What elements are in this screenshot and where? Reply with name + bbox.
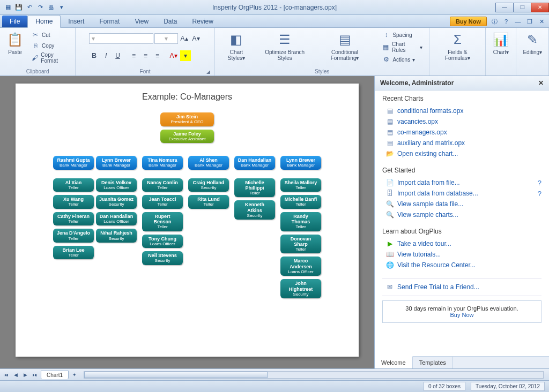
org-node[interactable]: Rita LundTeller [188,195,229,209]
grow-font-icon[interactable]: A▴ [179,33,190,44]
org-node[interactable]: Jean ToacciTeller [142,195,183,209]
spacing-button[interactable]: ↕Spacing [380,30,425,40]
font-color-button[interactable]: A▾ [168,50,179,61]
font-size-select[interactable]: ▾ [154,33,178,44]
qat-dropdown-icon[interactable]: ▾ [57,3,66,12]
first-sheet-icon[interactable]: ⏮ [2,371,10,379]
sample-charts-link[interactable]: 🔍View sample charts... [382,209,541,220]
align-center-icon[interactable]: ≡ [140,50,151,61]
cut-button[interactable]: ✂Cut [29,30,71,40]
prev-sheet-icon[interactable]: ◀ [12,371,19,379]
resource-center-link[interactable]: 🌐Visit the Resource Center... [382,260,541,270]
org-node[interactable]: Rupert BensonTeller [142,212,183,231]
import-file-link[interactable]: 📄Import data from file...? [382,177,541,188]
sp-tab-templates[interactable]: Templates [413,357,453,368]
tab-format[interactable]: Format [92,16,127,27]
tab-home[interactable]: Home [27,15,61,28]
horizontal-scrollbar[interactable] [84,371,544,379]
org-node[interactable]: Kenneth AtkinsSecurity [234,200,275,220]
org-node[interactable]: Jena D'AngeloTeller [53,229,94,243]
org-node[interactable]: Neil StevensSecurity [142,251,183,265]
recent-chart-link[interactable]: ▤conditional formats.opx [382,105,541,116]
org-node[interactable]: Xu WangTeller [53,195,94,209]
sp-tab-welcome[interactable]: Welcome [375,356,413,368]
org-node[interactable]: Nihal RahjeshSecurity [96,229,137,243]
help-icon[interactable]: ? [538,179,541,187]
fields-formulas-button[interactable]: ΣFields & Formulas▾ [434,30,481,62]
new-sheet-icon[interactable]: ✦ [71,371,78,379]
font-dialog-launcher[interactable]: ◢ [206,69,210,74]
print-icon[interactable]: 🖶 [46,3,56,12]
org-node[interactable]: Craig HollandSecurity [188,178,229,192]
org-node[interactable]: Lynn BrewerBank Manager [280,156,321,170]
import-db-link[interactable]: 🗄Import data from database...? [382,188,541,199]
open-existing-chart-link[interactable]: 📂Open existing chart... [382,148,541,159]
chart-styles-button[interactable]: ◧Chart Styles▾ [219,30,254,62]
org-node[interactable]: Cathy FineranTeller [53,212,94,226]
save-icon[interactable]: 💾 [14,3,24,12]
editing-button[interactable]: ✎Editing▾ [521,30,544,56]
undo-icon[interactable]: ↶ [25,3,34,12]
org-node[interactable]: Juanita GomezSecurity [96,195,137,209]
org-node[interactable]: Donovan SharpTeller [280,235,321,254]
shrink-font-icon[interactable]: A▾ [191,33,202,44]
org-node[interactable]: Lynn BrewerBank Manager [96,156,137,170]
org-node[interactable]: Dan HandalianLoans Officer [96,212,137,226]
optimize-branch-button[interactable]: ☰Optimize Branch Styles [257,30,313,62]
italic-button[interactable]: I [101,50,112,61]
app-icon[interactable]: ▦ [3,3,13,12]
maximize-button[interactable]: ☐ [513,3,531,12]
org-node[interactable]: Randy ThomasTeller [280,212,321,231]
org-node[interactable]: Michelle BanfiTeller [280,195,321,209]
help-icon[interactable]: ? [538,190,541,198]
last-sheet-icon[interactable]: ⏭ [31,371,39,379]
tab-data[interactable]: Data [156,16,184,27]
tab-view[interactable]: View [127,16,156,27]
node-ceo[interactable]: Jim SteinPresident & CEO [160,112,214,126]
org-node[interactable]: Dan HandalianBank Manager [234,156,275,170]
restore-child-icon[interactable]: ❐ [525,17,534,26]
org-node[interactable]: Sheila MalloryTeller [280,178,321,192]
tab-review[interactable]: Review [185,16,221,27]
org-node[interactable]: Nancy ConlinTeller [142,178,183,192]
help-icon[interactable]: ? [502,17,510,26]
send-trial-link[interactable]: ✉Send Free Trial to a Friend... [382,278,541,296]
align-left-icon[interactable]: ≡ [129,50,139,61]
recent-chart-link[interactable]: ▤co-managers.opx [382,127,541,138]
actions-button[interactable]: ⚙Actions ▾ [380,55,425,64]
org-node[interactable]: Marco AndersenLoans Officer [280,257,321,276]
tab-insert[interactable]: Insert [61,16,92,27]
info-icon[interactable]: ⓘ [490,17,499,26]
minimize-button[interactable]: — [495,3,514,12]
close-button[interactable]: ✕ [531,3,549,12]
paste-button[interactable]: 📋 Paste [4,30,26,56]
next-sheet-icon[interactable]: ▶ [21,371,29,379]
sheet-tab-chart1[interactable]: Chart1 [41,371,69,379]
org-node[interactable]: Michelle PhillippiTeller [234,178,275,198]
recent-chart-link[interactable]: ▤auxiliary and matrix.opx [382,138,541,148]
close-panel-icon[interactable]: ✕ [538,79,544,87]
chart-rules-button[interactable]: ▦Chart Rules ▾ [380,41,425,54]
sample-data-link[interactable]: 🔍View sample data file... [382,199,541,209]
minimize-ribbon-icon[interactable]: — [514,17,522,26]
node-ea[interactable]: Jaime FoleyExecutive Assistant [160,130,214,144]
close-child-icon[interactable]: ✕ [537,17,546,26]
tutorials-link[interactable]: 📖View tutorials... [382,249,541,260]
buy-now-link[interactable]: Buy Now [450,312,473,318]
highlight-button[interactable]: ▾ [180,50,191,61]
org-node[interactable]: John HighstreetSecurity [280,279,321,298]
copy-format-button[interactable]: 🖌Copy Format [29,51,71,64]
org-node[interactable]: Rashmi GuptaBank Manager [53,156,94,170]
canvas-area[interactable]: Example: Co-Managers Jim SteinPresident … [0,76,374,368]
align-right-icon[interactable]: ≡ [152,50,163,61]
buy-now-button[interactable]: Buy Now [450,17,487,26]
org-node[interactable]: Denis VolkovLoans Officer [96,178,137,192]
recent-chart-link[interactable]: ▤vacancies.opx [382,116,541,127]
video-tour-link[interactable]: ▶Take a video tour... [382,238,541,249]
org-node[interactable]: Brian LeeTeller [53,246,94,260]
conditional-formatting-button[interactable]: ▤Conditional Formatting▾ [316,30,374,62]
redo-icon[interactable]: ↷ [35,3,45,12]
bold-button[interactable]: B [89,50,100,61]
org-node[interactable]: Al XianTeller [53,178,94,192]
file-tab[interactable]: File [2,16,27,27]
